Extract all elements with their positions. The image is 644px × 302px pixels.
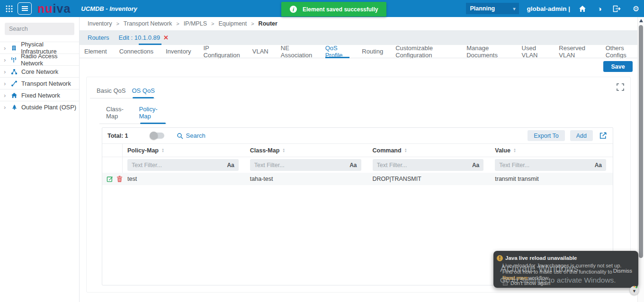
settings-gear-icon[interactable]: ⚙ — [629, 4, 638, 13]
logout-icon[interactable] — [612, 4, 621, 13]
tab-ne-association[interactable]: NE Association — [281, 45, 313, 58]
tab-routing[interactable]: Routing — [362, 45, 383, 58]
warning-icon: ! — [497, 255, 503, 261]
dismiss-button[interactable]: Dismiss — [613, 268, 632, 274]
sort-icon[interactable]: ▲▼ — [282, 148, 285, 153]
dont-show-again-checkbox[interactable]: Don't show again — [503, 280, 550, 286]
vertical-scrollbar[interactable] — [637, 17, 644, 302]
tab-vlan[interactable]: VLAN — [252, 45, 268, 58]
save-button[interactable]: Save — [603, 61, 633, 72]
filter-toggle[interactable] — [150, 133, 164, 139]
tab-os-qos[interactable]: OS QoS — [132, 84, 154, 98]
tab-reserved-vlan[interactable]: Reserved VLAN — [559, 45, 593, 58]
chevron-right-icon: › — [4, 80, 9, 87]
tab-routers[interactable]: Routers — [88, 34, 109, 41]
tab-policy-map[interactable]: Policy-Map — [139, 103, 167, 124]
tab-edit-label[interactable]: Edit : 10.1.0.89 — [119, 34, 160, 41]
tab-element[interactable]: Element — [84, 45, 107, 58]
home-icon[interactable] — [578, 4, 587, 13]
breadcrumb-item[interactable]: IP/MPLS — [184, 20, 207, 27]
breadcrumb-item[interactable]: Transport Network — [124, 20, 172, 27]
edit-icon[interactable] — [107, 176, 113, 182]
tab-manage-documents[interactable]: Manage Documents — [466, 45, 509, 58]
core-network-icon — [10, 68, 18, 75]
home-network-icon — [10, 92, 18, 98]
user-label: global-admin | — [527, 5, 570, 12]
sidebar-item-transport-network[interactable]: › Transport Network — [0, 77, 79, 89]
breadcrumb-item[interactable]: Inventory — [88, 20, 112, 27]
cell-command: DROP|TRANSMIT — [368, 176, 491, 182]
table-filter-row: Aa Aa Aa Aa — [102, 157, 613, 173]
expand-table-icon[interactable] — [598, 131, 608, 141]
close-icon[interactable]: ✕ — [163, 34, 169, 41]
table-row[interactable]: test taha-test DROP|TRANSMIT transmit tr… — [102, 173, 613, 185]
chevron-down-icon: ▼ — [632, 289, 636, 293]
case-sensitive-toggle[interactable]: Aa — [595, 162, 602, 169]
column-header-class-map[interactable]: Class-Map ▲▼ — [245, 147, 368, 154]
table-search-button[interactable]: Search — [177, 132, 206, 139]
tab-connections[interactable]: Connections — [119, 45, 153, 58]
table-header-row: Policy-Map ▲▼ Class-Map ▲▼ Command ▲▼ Va… — [102, 144, 613, 157]
sort-icon[interactable]: ▲▼ — [404, 148, 407, 153]
status-dot-green — [635, 286, 637, 288]
ide-update-widget[interactable]: ▼ — [630, 286, 639, 295]
filter-value[interactable]: Aa — [495, 159, 606, 171]
tab-used-vlan[interactable]: Used VLAN — [522, 45, 547, 58]
tab-customizable-configuration[interactable]: Customizable Configuration — [395, 45, 454, 58]
column-label: Policy-Map — [127, 147, 159, 154]
delete-icon[interactable] — [116, 176, 123, 182]
topbar-right: Planning ▾ global-admin | ◑ ⚙ — [466, 0, 638, 17]
contrast-icon[interactable]: ◑ — [595, 4, 604, 13]
app-root: nuiva UCMDB - Inventory i Element saved … — [0, 0, 644, 302]
tab-others-configs[interactable]: Others Configs — [606, 45, 637, 58]
detail-tabs: Element Connections Inventory IP Configu… — [80, 45, 637, 58]
case-sensitive-toggle[interactable]: Aa — [227, 162, 234, 169]
filter-class-map[interactable]: Aa — [250, 159, 361, 171]
column-header-value[interactable]: Value ▲▼ — [490, 147, 613, 154]
app-grid-icon[interactable] — [4, 4, 14, 13]
filter-input[interactable] — [254, 162, 349, 169]
case-sensitive-toggle[interactable]: Aa — [472, 162, 479, 169]
planning-dropdown[interactable]: Planning ▾ — [466, 3, 519, 14]
toast-success: i Element saved successfully — [281, 2, 386, 17]
column-header-command[interactable]: Command ▲▼ — [368, 147, 491, 154]
tab-qos-profile[interactable]: QoS Profile — [325, 45, 350, 58]
search-input[interactable] — [9, 26, 70, 32]
fullscreen-icon[interactable] — [616, 82, 625, 92]
column-header-policy-map[interactable]: Policy-Map ▲▼ — [123, 147, 245, 154]
sidebar-item-radio-access-network[interactable]: › Radio Access Network — [0, 53, 79, 65]
hamburger-menu-button[interactable] — [18, 2, 32, 15]
sidebar-item-label: Core Network — [21, 68, 58, 75]
row-actions — [102, 173, 123, 185]
chevron-right-icon: › — [4, 44, 9, 52]
column-label: Command — [373, 147, 402, 154]
tab-class-map[interactable]: Class-Map — [106, 103, 133, 124]
sidebar-item-physical-infrastructure[interactable]: › Physical Infrastructure — [0, 42, 79, 53]
sort-icon[interactable]: ▲▼ — [161, 148, 164, 153]
scrollbar-thumb[interactable] — [639, 25, 643, 258]
sidebar-item-fixed-network[interactable]: › Fixed Network — [0, 89, 79, 101]
table-actions: Export To Add — [528, 130, 608, 141]
sidebar-search[interactable] — [5, 23, 74, 35]
filter-input[interactable] — [377, 162, 472, 169]
filter-command[interactable]: Aa — [373, 159, 484, 171]
filter-input[interactable] — [132, 162, 227, 169]
sidebar-item-core-network[interactable]: › Core Network — [0, 65, 79, 77]
filter-input[interactable] — [499, 162, 594, 169]
tab-edit-router[interactable]: Edit : 10.1.0.89 ✕ — [119, 30, 169, 45]
tab-ip-configuration[interactable]: IP Configuration — [203, 45, 240, 58]
add-button[interactable]: Add — [570, 130, 593, 141]
java-reload-notification: ! Java live reload unavailable Live relo… — [493, 251, 638, 288]
scroll-up-icon[interactable] — [639, 19, 643, 22]
case-sensitive-toggle[interactable]: Aa — [349, 162, 357, 169]
filter-policy-map[interactable]: Aa — [127, 159, 239, 171]
notification-title: Java live reload unavailable — [505, 255, 577, 261]
entity-tabstrip: Routers Edit : 10.1.0.89 ✕ — [80, 30, 637, 45]
sidebar-item-outside-plant[interactable]: › Outside Plant (OSP) — [0, 101, 79, 113]
tab-inventory[interactable]: Inventory — [166, 45, 191, 58]
sort-icon[interactable]: ▲▼ — [513, 148, 516, 153]
breadcrumb-item[interactable]: Equipment — [218, 20, 247, 27]
checkbox-icon[interactable] — [503, 281, 508, 285]
tab-basic-qos[interactable]: Basic QoS — [97, 84, 125, 98]
export-to-button[interactable]: Export To — [528, 130, 565, 141]
